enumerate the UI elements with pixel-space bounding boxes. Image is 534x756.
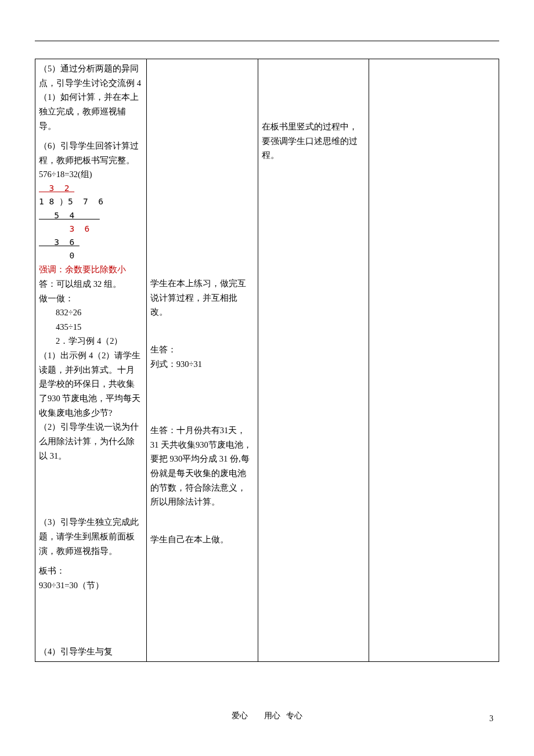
answer-text: 答：可以组成 32 组。: [39, 277, 143, 291]
para-4-2-4: （4）引导学生与复: [39, 645, 143, 659]
student-practice: 学生在本上练习，做完互说计算过程，并互相批改。: [150, 276, 254, 319]
student-equation: 列式：930÷31: [150, 357, 254, 372]
student-reasoning: 生答：十月份共有31天，31 天共收集930节废电池，要把 930平均分成 31…: [150, 423, 254, 509]
long-division-work: 3 2 1 8 ）5 7 6 5 4 3 6 3 6 0: [39, 182, 143, 262]
notes-column: 在板书里竖式的过程中，要强调学生口述思维的过程。: [258, 59, 369, 662]
do-it-label: 做一做：: [39, 291, 143, 306]
bringdown-line: 3 6: [39, 224, 89, 233]
para-4-2-1: （1）出示例 4（2）请学生读题，并列出算式。十月是学校的环保日，共收集了930…: [39, 348, 143, 420]
para-5: （5）通过分析两题的异同点，引导学生讨论交流例 4（1）如何计算，并在本上独立完…: [39, 62, 143, 133]
practice-1: 832÷26: [39, 305, 143, 320]
divisor-dividend: 1 8 ）5 7 6: [39, 197, 103, 206]
board-label: 板书：: [39, 564, 143, 578]
practice-2: 435÷15: [39, 320, 143, 334]
remainder-zero: 0: [39, 251, 74, 260]
example-4-2-heading: 2．学习例 4（2）: [39, 334, 143, 348]
equation-1: 576÷18=32(组): [39, 167, 143, 182]
sub-line-1: 5 4: [39, 211, 100, 220]
student-do-on-own: 学生自己在本上做。: [150, 532, 254, 547]
para-6: （6）引导学生回答计算过程，教师把板书写完整。: [39, 139, 143, 167]
para-4-2-2: （2）引导学生说一说为什么用除法计算，为什么除以 31。: [39, 420, 143, 463]
page-number: 3: [489, 714, 493, 723]
teacher-activity-column: （5）通过分析两题的异同点，引导学生讨论交流例 4（1）如何计算，并在本上独立完…: [35, 59, 147, 662]
student-activity-column: 学生在本上练习，做完互说计算过程，并互相批改。 生答： 列式：930÷31 生答…: [146, 59, 258, 662]
para-4-2-3: （3）引导学生独立完成此题，请学生到黑板前面板演，教师巡视指导。: [39, 515, 143, 558]
page-footer: 爱心 用心 专心: [0, 711, 534, 721]
footer-heart-ded: 用心 专心: [264, 711, 303, 721]
horizontal-rule: [35, 41, 499, 41]
footer-love: 爱心: [232, 711, 248, 720]
student-answer-label: 生答：: [150, 343, 254, 357]
vertical-form-note: 在板书里竖式的过程中，要强调学生口述思维的过程。: [262, 120, 366, 163]
emphasis-remainder: 强调：余数要比除数小: [39, 262, 143, 277]
quotient-line: 3 2: [39, 183, 74, 193]
lesson-plan-table: （5）通过分析两题的异同点，引导学生讨论交流例 4（1）如何计算，并在本上独立完…: [35, 59, 499, 662]
equation-2: 930÷31=30（节）: [39, 578, 143, 593]
sub-line-2: 3 6: [39, 237, 80, 247]
remarks-column: [369, 59, 499, 662]
